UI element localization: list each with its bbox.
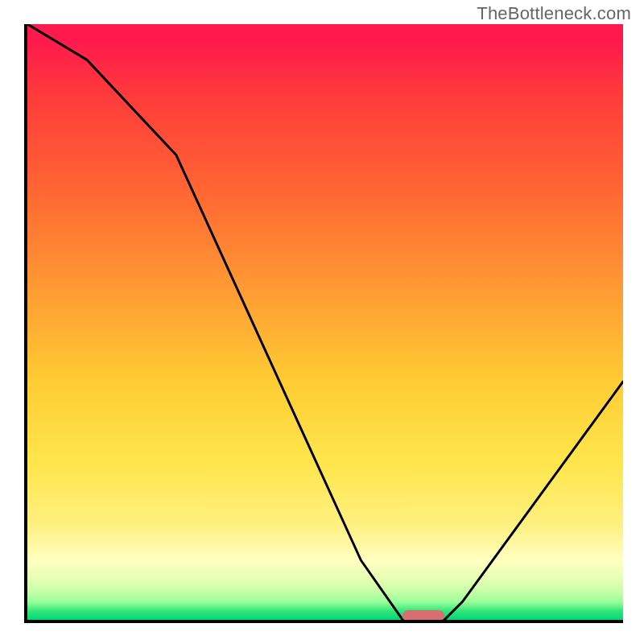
watermark-text: TheBottleneck.com <box>477 3 631 24</box>
chart-plot-area <box>24 24 623 623</box>
optimal-range-marker <box>402 610 444 621</box>
curve-path <box>27 24 623 620</box>
chart-curve <box>27 24 623 620</box>
